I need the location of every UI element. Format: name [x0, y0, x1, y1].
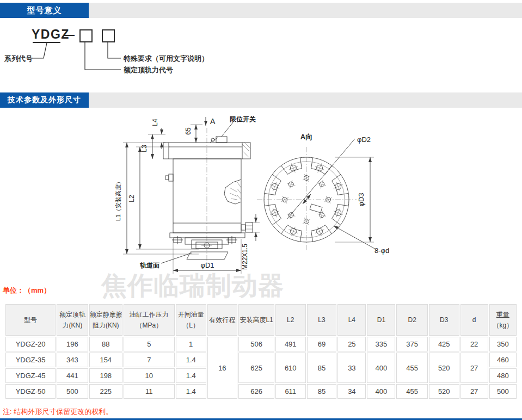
table-cell: 11: [124, 384, 175, 399]
hole-crosshair: [321, 211, 323, 219]
table-cell: 5: [124, 337, 175, 351]
column-header: d: [460, 304, 488, 336]
table-cell: 626: [238, 384, 274, 399]
model-meaning-diagram: YDGZ — 系列代号 特殊要求（可用文字说明） 额定顶轨力代号: [0, 21, 234, 86]
table-cell: 611: [275, 384, 306, 399]
table-cell: 16: [207, 337, 238, 399]
model-cell: YDGZ-35: [5, 353, 56, 367]
dim-l4-label: L4: [151, 119, 159, 126]
dim-d3-label: φD3: [357, 193, 365, 206]
column-header: L3: [307, 304, 337, 336]
table-cell: 1.4: [176, 368, 206, 383]
table-cell: 610: [275, 353, 306, 383]
model-cell: YDGZ-20: [5, 337, 56, 351]
table-cell: 425: [429, 337, 459, 351]
table-cell: 625: [238, 353, 274, 383]
table-cell: 1.4: [176, 384, 206, 399]
side-view-dimensions: L4 65 A 限位开关 L3 L2 L1（安装高度） 轨道面 φD1 M22X…: [115, 115, 260, 274]
hole-crosshair: [290, 180, 292, 188]
table-cell: 225: [89, 384, 122, 399]
unit-label: 单位：（mm）: [3, 286, 51, 295]
model-cell: YDGZ-45: [5, 368, 56, 383]
model-cell: YDGZ-50: [5, 384, 56, 399]
table-cell: 520: [429, 353, 459, 383]
hole-crosshair: [318, 183, 326, 186]
dim-65-label: 65: [185, 127, 192, 135]
table-cell: 441: [57, 368, 88, 383]
table-cell: 480: [489, 368, 517, 383]
column-header: 有效行程: [207, 304, 238, 336]
table-cell: 500: [489, 384, 517, 399]
table-cell: 350: [489, 337, 517, 351]
table-cell: 22: [460, 337, 488, 351]
column-header: 额定静摩擦阻力(KN): [89, 304, 122, 336]
table-cell: 1: [176, 337, 206, 351]
a-view: A向 φD2 φD3 8-φd: [257, 133, 389, 255]
spec-table: 型号额定顶轨力(KN)额定静摩擦阻力(KN)油缸工作压力（MPa）开闸油量（L）…: [4, 303, 518, 400]
table-cell: 343: [57, 353, 88, 367]
table-cell: 460: [489, 353, 517, 367]
model-box-force-code: [79, 29, 93, 42]
dim-d1-label: φD1: [200, 261, 214, 269]
series-code-underline: [33, 42, 60, 43]
table-cell: 88: [89, 337, 122, 351]
table-row: YDGZ-3534315471.462561085334004555202746…: [5, 353, 517, 367]
table-cell: 520: [429, 384, 459, 399]
dim-l3-label: L3: [140, 145, 148, 152]
page-root: 型号意义 YDGZ — 系列代号 特殊要求（可用文字说明） 额定顶轨力代号 技术…: [0, 0, 522, 420]
table-cell: 27: [460, 353, 488, 383]
table-cell: 85: [307, 353, 337, 383]
column-header: D1: [367, 304, 395, 336]
technical-drawing: L4 65 A 限位开关 L3 L2 L1（安装高度） 轨道面 φD1 M22X…: [109, 106, 414, 277]
column-header: 重量（kg）: [489, 304, 517, 336]
thread-label: M22X1.5: [241, 244, 249, 270]
dim-l2-label: L2: [128, 195, 136, 202]
table-cell: 400: [367, 384, 395, 399]
section-strip-tech: 技术参数及外形尺寸: [0, 92, 522, 108]
spec-table-head-row: 型号额定顶轨力(KN)额定静摩擦阻力(KN)油缸工作压力（MPa）开闸油量（L）…: [5, 304, 517, 336]
dim-d2-label: φD2: [357, 135, 371, 144]
section-strip-model: 型号意义: [0, 3, 522, 18]
table-cell: 455: [396, 384, 428, 399]
limit-switch-label: 限位开关: [230, 115, 256, 123]
table-cell: 375: [396, 337, 428, 351]
column-header: 油缸工作压力（MPa）: [124, 304, 175, 336]
model-box-special: [102, 29, 115, 42]
column-header: 型号: [5, 304, 56, 336]
table-row: YDGZ-20196885116506491692533537542522350: [5, 337, 517, 351]
table-cell: 25: [337, 337, 366, 351]
table-cell: 1.4: [176, 353, 206, 367]
table-cell: 196: [57, 337, 88, 351]
table-cell: 7: [124, 353, 175, 367]
column-header: 安装高度L1: [238, 304, 274, 336]
table-cell: 198: [89, 368, 122, 383]
table-cell: 10: [124, 368, 175, 383]
section-title-tech: 技术参数及外形尺寸: [0, 92, 89, 108]
label-series-code: 系列代号: [4, 54, 33, 64]
footnote: 注: 结构外形尺寸保留更改的权利。: [3, 407, 113, 417]
table-cell: 69: [307, 337, 337, 351]
column-header: 开闸油量（L）: [176, 304, 206, 336]
table-cell: 27: [460, 384, 488, 399]
table-cell: 34: [337, 384, 366, 399]
label-special-req: 特殊要求（可用文字说明）: [124, 54, 208, 64]
side-view: [163, 128, 253, 265]
column-header: 额定顶轨力(KN): [57, 304, 88, 336]
table-cell: 491: [275, 337, 306, 351]
model-dash: —: [64, 28, 75, 41]
table-cell: 85: [307, 384, 337, 399]
column-header: D2: [396, 304, 428, 336]
table-cell: 33: [337, 353, 366, 383]
table-cell: 400: [367, 353, 395, 383]
dim-bolt-holes-label: 8-φd: [374, 246, 389, 255]
table-row: YDGZ-50500225111.46266118534400455520275…: [5, 384, 517, 399]
table-cell: 506: [238, 337, 274, 351]
column-header: D3: [429, 304, 459, 336]
label-force-code: 额定顶轨力代号: [124, 65, 173, 75]
column-header: L2: [275, 304, 306, 336]
column-header: L4: [337, 304, 366, 336]
table-cell: 154: [89, 353, 122, 367]
view-arrow-label: A: [210, 117, 216, 126]
table-cell: 500: [57, 384, 88, 399]
section-title-model: 型号意义: [0, 3, 89, 18]
